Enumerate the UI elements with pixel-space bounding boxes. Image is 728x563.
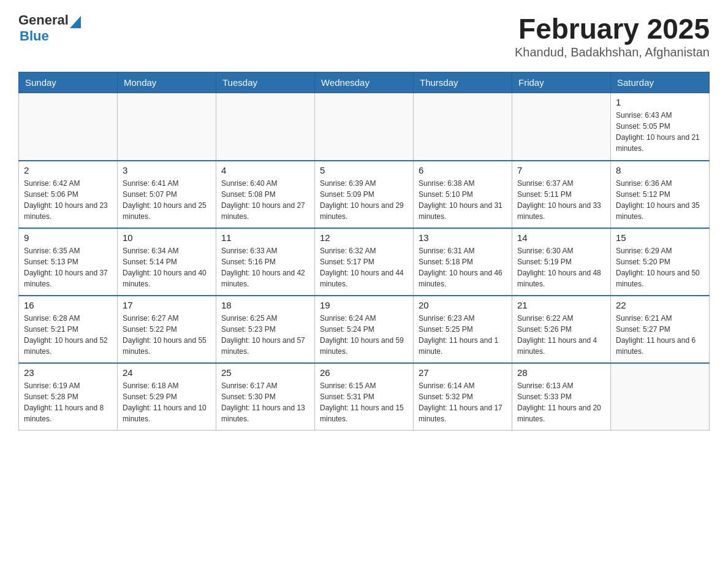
day-info: Sunrise: 6:36 AM Sunset: 5:12 PM Dayligh… bbox=[616, 178, 704, 222]
day-number: 2 bbox=[24, 165, 112, 175]
calendar-row-5: 23Sunrise: 6:19 AM Sunset: 5:28 PM Dayli… bbox=[19, 363, 710, 431]
day-number: 24 bbox=[123, 367, 211, 378]
calendar-cell: 28Sunrise: 6:13 AM Sunset: 5:33 PM Dayli… bbox=[512, 363, 611, 431]
calendar-cell: 14Sunrise: 6:30 AM Sunset: 5:19 PM Dayli… bbox=[512, 228, 611, 296]
header-row: Sunday Monday Tuesday Wednesday Thursday… bbox=[19, 72, 710, 93]
calendar-cell bbox=[611, 363, 710, 431]
day-number: 15 bbox=[616, 232, 704, 243]
day-number: 10 bbox=[123, 232, 211, 243]
day-info: Sunrise: 6:35 AM Sunset: 5:13 PM Dayligh… bbox=[24, 245, 112, 289]
calendar-row-3: 9Sunrise: 6:35 AM Sunset: 5:13 PM Daylig… bbox=[19, 228, 710, 296]
day-info: Sunrise: 6:14 AM Sunset: 5:32 PM Dayligh… bbox=[419, 380, 507, 424]
title-section: February 2025 Khandud, Badakhshan, Afgha… bbox=[515, 12, 710, 59]
day-info: Sunrise: 6:42 AM Sunset: 5:06 PM Dayligh… bbox=[24, 178, 112, 222]
calendar-cell bbox=[315, 93, 414, 161]
col-sunday: Sunday bbox=[19, 72, 118, 93]
calendar-cell bbox=[512, 93, 611, 161]
day-number: 26 bbox=[320, 367, 408, 378]
day-info: Sunrise: 6:43 AM Sunset: 5:05 PM Dayligh… bbox=[616, 110, 704, 154]
col-thursday: Thursday bbox=[414, 72, 512, 93]
day-number: 11 bbox=[221, 232, 309, 243]
day-info: Sunrise: 6:33 AM Sunset: 5:16 PM Dayligh… bbox=[221, 245, 309, 289]
day-info: Sunrise: 6:37 AM Sunset: 5:11 PM Dayligh… bbox=[517, 178, 605, 222]
calendar-body: 1Sunrise: 6:43 AM Sunset: 5:05 PM Daylig… bbox=[19, 93, 710, 431]
day-number: 7 bbox=[517, 165, 605, 175]
calendar-cell: 26Sunrise: 6:15 AM Sunset: 5:31 PM Dayli… bbox=[315, 363, 414, 431]
calendar-cell: 3Sunrise: 6:41 AM Sunset: 5:07 PM Daylig… bbox=[118, 161, 216, 228]
calendar-cell: 24Sunrise: 6:18 AM Sunset: 5:29 PM Dayli… bbox=[118, 363, 216, 431]
calendar-cell: 4Sunrise: 6:40 AM Sunset: 5:08 PM Daylig… bbox=[216, 161, 315, 228]
day-info: Sunrise: 6:18 AM Sunset: 5:29 PM Dayligh… bbox=[123, 380, 211, 424]
day-info: Sunrise: 6:23 AM Sunset: 5:25 PM Dayligh… bbox=[419, 313, 507, 357]
day-number: 28 bbox=[517, 367, 605, 378]
day-info: Sunrise: 6:39 AM Sunset: 5:09 PM Dayligh… bbox=[320, 178, 408, 222]
calendar-cell: 5Sunrise: 6:39 AM Sunset: 5:09 PM Daylig… bbox=[315, 161, 414, 228]
day-info: Sunrise: 6:25 AM Sunset: 5:23 PM Dayligh… bbox=[221, 313, 309, 357]
logo: General Blue bbox=[18, 12, 81, 44]
day-info: Sunrise: 6:19 AM Sunset: 5:28 PM Dayligh… bbox=[24, 380, 112, 424]
day-number: 16 bbox=[24, 300, 112, 310]
calendar-row-1: 1Sunrise: 6:43 AM Sunset: 5:05 PM Daylig… bbox=[19, 93, 710, 161]
calendar-cell: 15Sunrise: 6:29 AM Sunset: 5:20 PM Dayli… bbox=[611, 228, 710, 296]
col-wednesday: Wednesday bbox=[315, 72, 414, 93]
day-number: 13 bbox=[419, 232, 507, 243]
day-number: 19 bbox=[320, 300, 408, 310]
calendar-cell: 16Sunrise: 6:28 AM Sunset: 5:21 PM Dayli… bbox=[19, 296, 118, 363]
day-info: Sunrise: 6:27 AM Sunset: 5:22 PM Dayligh… bbox=[123, 313, 211, 357]
calendar-row-2: 2Sunrise: 6:42 AM Sunset: 5:06 PM Daylig… bbox=[19, 161, 710, 228]
day-number: 18 bbox=[221, 300, 309, 310]
calendar-cell: 1Sunrise: 6:43 AM Sunset: 5:05 PM Daylig… bbox=[611, 93, 710, 161]
calendar-cell bbox=[118, 93, 216, 161]
month-title: February 2025 bbox=[515, 12, 710, 45]
day-number: 23 bbox=[24, 367, 112, 378]
calendar-cell: 10Sunrise: 6:34 AM Sunset: 5:14 PM Dayli… bbox=[118, 228, 216, 296]
day-number: 1 bbox=[616, 97, 704, 107]
calendar-cell: 22Sunrise: 6:21 AM Sunset: 5:27 PM Dayli… bbox=[611, 296, 710, 363]
calendar-table: Sunday Monday Tuesday Wednesday Thursday… bbox=[18, 72, 710, 431]
calendar-header: Sunday Monday Tuesday Wednesday Thursday… bbox=[19, 72, 710, 93]
calendar-cell: 8Sunrise: 6:36 AM Sunset: 5:12 PM Daylig… bbox=[611, 161, 710, 228]
day-info: Sunrise: 6:41 AM Sunset: 5:07 PM Dayligh… bbox=[123, 178, 211, 222]
calendar-cell: 11Sunrise: 6:33 AM Sunset: 5:16 PM Dayli… bbox=[216, 228, 315, 296]
calendar-cell: 7Sunrise: 6:37 AM Sunset: 5:11 PM Daylig… bbox=[512, 161, 611, 228]
day-number: 6 bbox=[419, 165, 507, 175]
calendar-cell: 2Sunrise: 6:42 AM Sunset: 5:06 PM Daylig… bbox=[19, 161, 118, 228]
day-info: Sunrise: 6:17 AM Sunset: 5:30 PM Dayligh… bbox=[221, 380, 309, 424]
day-number: 9 bbox=[24, 232, 112, 243]
day-number: 14 bbox=[517, 232, 605, 243]
calendar-cell bbox=[216, 93, 315, 161]
day-info: Sunrise: 6:15 AM Sunset: 5:31 PM Dayligh… bbox=[320, 380, 408, 424]
day-info: Sunrise: 6:40 AM Sunset: 5:08 PM Dayligh… bbox=[221, 178, 309, 222]
day-info: Sunrise: 6:34 AM Sunset: 5:14 PM Dayligh… bbox=[123, 245, 211, 289]
day-info: Sunrise: 6:28 AM Sunset: 5:21 PM Dayligh… bbox=[24, 313, 112, 357]
calendar-cell: 25Sunrise: 6:17 AM Sunset: 5:30 PM Dayli… bbox=[216, 363, 315, 431]
calendar-cell: 6Sunrise: 6:38 AM Sunset: 5:10 PM Daylig… bbox=[414, 161, 512, 228]
day-number: 3 bbox=[123, 165, 211, 175]
calendar-cell: 27Sunrise: 6:14 AM Sunset: 5:32 PM Dayli… bbox=[414, 363, 512, 431]
day-info: Sunrise: 6:38 AM Sunset: 5:10 PM Dayligh… bbox=[419, 178, 507, 222]
day-info: Sunrise: 6:29 AM Sunset: 5:20 PM Dayligh… bbox=[616, 245, 704, 289]
day-number: 4 bbox=[221, 165, 309, 175]
calendar-cell: 12Sunrise: 6:32 AM Sunset: 5:17 PM Dayli… bbox=[315, 228, 414, 296]
calendar-cell: 13Sunrise: 6:31 AM Sunset: 5:18 PM Dayli… bbox=[414, 228, 512, 296]
col-saturday: Saturday bbox=[611, 72, 710, 93]
logo-triangle-icon bbox=[70, 16, 81, 28]
day-info: Sunrise: 6:30 AM Sunset: 5:19 PM Dayligh… bbox=[517, 245, 605, 289]
day-info: Sunrise: 6:13 AM Sunset: 5:33 PM Dayligh… bbox=[517, 380, 605, 424]
col-friday: Friday bbox=[512, 72, 611, 93]
calendar-cell: 21Sunrise: 6:22 AM Sunset: 5:26 PM Dayli… bbox=[512, 296, 611, 363]
calendar-cell: 23Sunrise: 6:19 AM Sunset: 5:28 PM Dayli… bbox=[19, 363, 118, 431]
day-number: 5 bbox=[320, 165, 408, 175]
col-monday: Monday bbox=[118, 72, 216, 93]
day-number: 12 bbox=[320, 232, 408, 243]
calendar-cell: 20Sunrise: 6:23 AM Sunset: 5:25 PM Dayli… bbox=[414, 296, 512, 363]
day-number: 8 bbox=[616, 165, 704, 175]
page-header: General Blue February 2025 Khandud, Bada… bbox=[18, 12, 710, 59]
day-info: Sunrise: 6:32 AM Sunset: 5:17 PM Dayligh… bbox=[320, 245, 408, 289]
calendar-cell: 17Sunrise: 6:27 AM Sunset: 5:22 PM Dayli… bbox=[118, 296, 216, 363]
calendar-row-4: 16Sunrise: 6:28 AM Sunset: 5:21 PM Dayli… bbox=[19, 296, 710, 363]
logo-general-text: General bbox=[18, 12, 69, 28]
calendar-cell: 18Sunrise: 6:25 AM Sunset: 5:23 PM Dayli… bbox=[216, 296, 315, 363]
day-info: Sunrise: 6:22 AM Sunset: 5:26 PM Dayligh… bbox=[517, 313, 605, 357]
day-number: 27 bbox=[419, 367, 507, 378]
